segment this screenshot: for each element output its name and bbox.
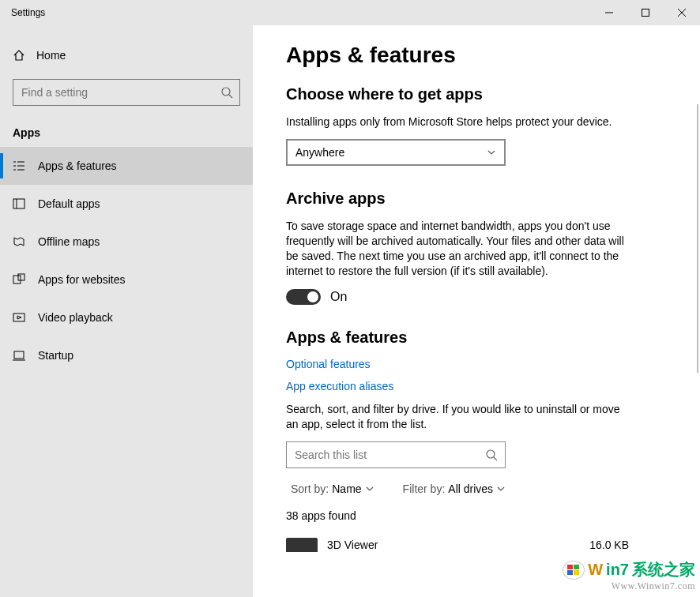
sort-label: Sort by:: [291, 482, 329, 495]
minimize-button[interactable]: [591, 0, 627, 25]
filter-by-dropdown[interactable]: Filter by: All drives: [403, 482, 506, 495]
choose-desc: Installing apps only from Microsoft Stor…: [286, 115, 634, 130]
nav-item-label: Default apps: [38, 197, 100, 210]
page-title: Apps & features: [286, 43, 668, 68]
app-icon: [286, 538, 318, 552]
app-list-item[interactable]: 3D Viewer 16.0 KB: [286, 538, 668, 552]
search-settings-input[interactable]: [13, 79, 240, 106]
optional-features-link[interactable]: Optional features: [286, 358, 668, 370]
watermark-text1: W: [588, 561, 603, 579]
chevron-down-icon: [365, 484, 374, 494]
search-list-field[interactable]: [295, 449, 485, 461]
close-icon: [678, 9, 686, 17]
nav-home[interactable]: Home: [0, 39, 253, 71]
choose-heading: Choose where to get apps: [286, 85, 668, 103]
sort-value: Name: [332, 482, 361, 495]
svg-point-19: [487, 450, 495, 458]
svg-line-20: [494, 457, 497, 460]
svg-rect-1: [642, 9, 649, 17]
nav-video-playback[interactable]: Video playback: [0, 298, 253, 336]
filter-label: Filter by:: [403, 482, 446, 495]
svg-rect-14: [13, 276, 21, 283]
svg-rect-15: [18, 274, 24, 280]
sidebar-section-label: Apps: [0, 106, 253, 147]
dropdown-value: Anywhere: [295, 146, 344, 159]
app-name: 3D Viewer: [327, 539, 378, 551]
chevron-down-icon: [487, 148, 496, 157]
svg-line-5: [229, 95, 232, 98]
svg-point-4: [222, 88, 230, 96]
defaults-icon: [13, 197, 25, 210]
svg-rect-12: [13, 199, 24, 208]
toggle-label: On: [330, 290, 347, 304]
map-icon: [13, 235, 25, 248]
nav-apps-websites[interactable]: Apps for websites: [0, 261, 253, 298]
svg-rect-23: [567, 570, 573, 575]
watermark-text3: 系统之家: [632, 559, 695, 580]
filter-value: All drives: [448, 482, 493, 495]
window-title: Settings: [0, 7, 45, 18]
nav-item-label: Apps for websites: [38, 273, 126, 286]
archive-toggle[interactable]: [286, 289, 321, 305]
close-button[interactable]: [664, 0, 700, 25]
watermark: Win7系统之家 Www.Winwin7.com: [563, 559, 695, 592]
nav-item-label: Startup: [38, 349, 73, 362]
nav-apps-features[interactable]: Apps & features: [0, 147, 253, 185]
startup-icon: [13, 349, 25, 362]
app-source-dropdown[interactable]: Anywhere: [286, 139, 506, 166]
nav-item-label: Offline maps: [38, 235, 100, 248]
appsfeat-heading: Apps & features: [286, 329, 668, 347]
sort-by-dropdown[interactable]: Sort by: Name: [291, 482, 374, 495]
nav-offline-maps[interactable]: Offline maps: [0, 223, 253, 261]
video-icon: [13, 311, 25, 324]
svg-rect-24: [574, 570, 579, 575]
search-icon: [485, 449, 497, 461]
app-size: 16.0 KB: [589, 539, 668, 551]
maximize-button[interactable]: [627, 0, 664, 25]
search-settings-field[interactable]: [21, 86, 213, 99]
maximize-icon: [642, 9, 649, 17]
appsfeat-desc: Search, sort, and filter by drive. If yo…: [286, 402, 634, 432]
search-icon: [220, 86, 233, 99]
minimize-icon: [605, 9, 613, 17]
svg-rect-22: [574, 565, 579, 569]
nav-startup[interactable]: Startup: [0, 336, 253, 374]
watermark-text2: in7: [606, 561, 629, 579]
svg-rect-16: [13, 314, 24, 321]
apps-count: 38 apps found: [286, 509, 668, 522]
watermark-logo-icon: [563, 561, 585, 580]
search-list-input[interactable]: [286, 441, 506, 468]
archive-heading: Archive apps: [286, 190, 668, 208]
chevron-down-icon: [496, 484, 506, 494]
list-icon: [13, 160, 25, 172]
nav-home-label: Home: [36, 49, 66, 62]
nav-item-label: Apps & features: [38, 160, 117, 172]
home-icon: [13, 49, 25, 62]
app-execution-aliases-link[interactable]: App execution aliases: [286, 380, 668, 392]
watermark-url: Www.Winwin7.com: [563, 580, 695, 592]
svg-rect-21: [567, 565, 573, 569]
archive-desc: To save storage space and internet bandw…: [286, 219, 634, 279]
nav-default-apps[interactable]: Default apps: [0, 185, 253, 223]
apps-web-icon: [13, 273, 25, 286]
scrollbar[interactable]: [697, 104, 698, 373]
svg-rect-17: [14, 351, 24, 359]
nav-item-label: Video playback: [38, 311, 113, 324]
